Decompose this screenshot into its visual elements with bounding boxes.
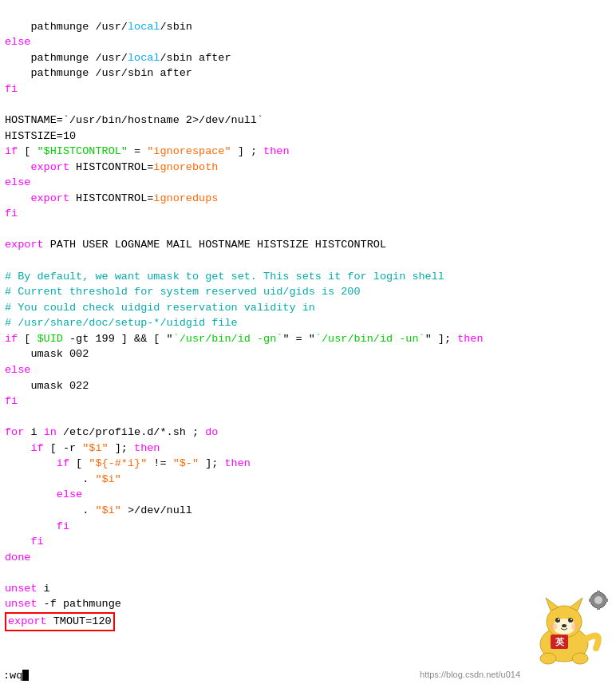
line-12: export HISTCONTROL=ignoredups <box>5 192 218 204</box>
svg-rect-19 <box>604 599 608 602</box>
line-5: fi <box>5 83 18 95</box>
line-15: export PATH USER LOGNAME MAIL HOSTNAME H… <box>5 239 386 251</box>
mascot-image: 英 <box>512 588 616 668</box>
svg-point-13 <box>572 653 588 664</box>
line-25: fi <box>5 395 18 407</box>
svg-point-10 <box>551 623 557 630</box>
line-20: # /usr/share/doc/setup-*/uidgid file <box>5 317 238 329</box>
line-2: else <box>5 36 30 48</box>
svg-rect-17 <box>597 606 600 610</box>
line-29: if [ "${-#*i}" != "$-" ]; then <box>5 457 251 469</box>
line-highlighted: export TMOUT=120 <box>5 615 115 627</box>
line-23: else <box>5 364 30 376</box>
line-34: fi <box>5 536 44 548</box>
line-18: # Current threshold for system reserved … <box>5 286 361 298</box>
line-8: HISTSIZE=10 <box>5 130 76 142</box>
line-19: # You could check uidgid reservation val… <box>5 302 315 314</box>
cursor <box>22 670 29 681</box>
line-35: done <box>5 552 30 563</box>
svg-point-7 <box>558 619 559 620</box>
svg-point-8 <box>571 619 572 620</box>
line-24: umask 022 <box>5 380 89 392</box>
line-30: . "$i" <box>5 473 121 485</box>
svg-rect-18 <box>589 599 593 602</box>
line-37: unset i <box>5 583 50 595</box>
svg-point-11 <box>571 623 578 630</box>
line-1: pathmunge /usr/local/sbin <box>5 21 192 33</box>
line-22: umask 002 <box>5 348 89 360</box>
line-3: pathmunge /usr/local/sbin after <box>5 52 231 64</box>
line-11: else <box>5 176 30 188</box>
line-33: fi <box>5 520 69 532</box>
vim-command: :wq <box>0 670 29 682</box>
line-13: fi <box>5 208 18 219</box>
line-21: if [ $UID -gt 199 ] && [ "`/usr/bin/id -… <box>5 333 484 345</box>
line-31: else <box>5 488 82 500</box>
svg-point-5 <box>555 618 560 623</box>
line-27: for i in /etc/profile.d/*.sh ; do <box>5 426 218 438</box>
svg-text:英: 英 <box>555 637 565 646</box>
code-editor: pathmunge /usr/local/sbin else pathmunge… <box>0 0 616 635</box>
line-4: pathmunge /usr/sbin after <box>5 67 192 79</box>
svg-point-12 <box>540 653 556 664</box>
watermark-url: https://blog.csdn.net/u014 <box>420 670 520 679</box>
line-17: # By default, we want umask to get set. … <box>5 271 444 283</box>
line-38: unset -f pathmunge <box>5 598 121 610</box>
svg-point-15 <box>594 596 602 604</box>
svg-rect-16 <box>597 591 600 595</box>
svg-point-9 <box>562 624 567 627</box>
line-32: . "$i" >/dev/null <box>5 504 192 516</box>
line-7: HOSTNAME=`/usr/bin/hostname 2>/dev/null` <box>5 114 263 126</box>
line-10: export HISTCONTROL=ignoreboth <box>5 161 218 173</box>
line-28: if [ -r "$i" ]; then <box>5 442 160 454</box>
command-line-bar: :wq <box>0 666 616 684</box>
line-9: if [ "$HISTCONTROL" = "ignorespace" ] ; … <box>5 145 290 157</box>
svg-point-6 <box>568 618 573 623</box>
